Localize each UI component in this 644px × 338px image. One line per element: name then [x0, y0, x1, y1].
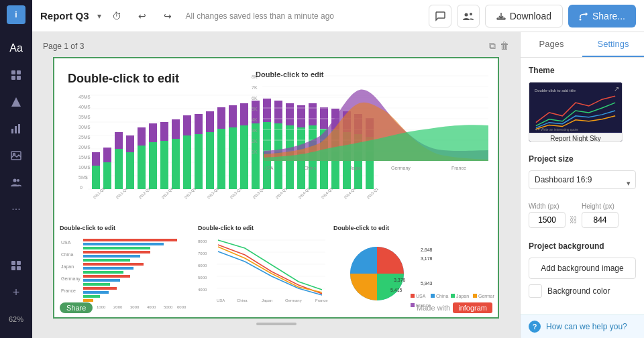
svg-rect-64 — [240, 125, 248, 189]
canvas-area: Page 1 of 3 ⧉ 🗑 Double-click to edit Dou… — [32, 32, 520, 338]
svg-rect-53 — [172, 119, 180, 139]
svg-rect-5 — [11, 129, 13, 133]
svg-text:USA: USA — [61, 240, 71, 245]
svg-rect-39 — [92, 152, 100, 166]
svg-text:China: China — [237, 298, 248, 302]
add-background-image-button[interactable]: Add background image — [529, 258, 636, 279]
svg-rect-56 — [195, 134, 203, 189]
project-size-select[interactable]: Dashboard 16:9 — [529, 170, 636, 189]
chart-3-title[interactable]: Double-click to edit — [60, 225, 115, 231]
svg-rect-179 — [451, 294, 455, 298]
svg-rect-42 — [115, 149, 123, 189]
svg-text:✦✦ Write an interesting quote: ✦✦ Write an interesting quote — [535, 128, 578, 131]
sidebar-icon-charts[interactable] — [4, 117, 28, 141]
svg-rect-135 — [83, 263, 144, 266]
svg-text:30M$: 30M$ — [78, 125, 91, 129]
svg-text:7000: 7000 — [198, 251, 207, 256]
svg-rect-6 — [15, 126, 17, 133]
slide-canvas[interactable]: Double-click to edit Double-click to edi… — [53, 57, 499, 319]
tab-pages[interactable]: Pages — [521, 32, 582, 57]
svg-text:Japan: Japan — [262, 298, 272, 302]
svg-text:China: China — [436, 294, 448, 298]
sidebar-icon-images[interactable] — [4, 144, 28, 168]
delete-page-icon[interactable]: 🗑 — [500, 40, 509, 52]
svg-rect-131 — [83, 251, 150, 253]
help-icon: ? — [529, 321, 541, 333]
height-section: Height (px) — [582, 203, 619, 228]
bg-color-row: Background color — [529, 284, 636, 298]
theme-preview[interactable]: Double-click to add title ✦✦ Write an in… — [529, 82, 623, 142]
bg-color-label: Background color — [547, 286, 610, 296]
sidebar-icon-more[interactable]: ··· — [4, 197, 28, 221]
help-bar[interactable]: ? How can we help you? — [521, 315, 644, 338]
svg-text:1K: 1K — [252, 150, 258, 154]
sidebar-icon-people[interactable] — [4, 170, 28, 194]
svg-rect-55 — [183, 115, 191, 135]
svg-rect-43 — [115, 132, 123, 149]
svg-rect-60 — [217, 129, 225, 189]
svg-text:4000: 4000 — [147, 305, 156, 309]
project-background-section: Project background Add background image … — [521, 241, 644, 306]
area-chart[interactable]: 8K 7K 6K 5K 4K 3K 2K 1K — [250, 70, 492, 194]
chart-4-title[interactable]: Double-click to edit — [198, 225, 254, 231]
svg-text:Japan: Japan — [61, 264, 74, 270]
svg-rect-183 — [411, 303, 415, 307]
svg-text:15M$: 15M$ — [78, 155, 91, 160]
svg-text:2000: 2000 — [113, 305, 123, 309]
svg-rect-13 — [17, 261, 21, 265]
share-people-button[interactable] — [457, 5, 480, 27]
sidebar-icon-add[interactable]: + — [4, 280, 28, 304]
scroll-handle[interactable] — [256, 323, 297, 325]
app-logo[interactable]: i — [7, 5, 25, 24]
svg-rect-137 — [83, 271, 123, 274]
svg-rect-127 — [83, 239, 177, 241]
svg-rect-7 — [18, 124, 20, 133]
svg-rect-62 — [229, 127, 237, 189]
sidebar-icon-text[interactable]: Aa — [4, 36, 28, 60]
svg-text:France: France — [315, 298, 328, 302]
svg-text:10M$: 10M$ — [78, 165, 91, 170]
theme-section: Theme Double-click to add title ✦✦ — [521, 58, 644, 154]
made-with-label: Made with — [417, 304, 450, 312]
svg-point-10 — [13, 179, 17, 182]
svg-rect-41 — [103, 148, 111, 162]
sidebar-icon-shapes[interactable] — [4, 90, 28, 114]
width-input[interactable] — [529, 212, 566, 228]
undo-button[interactable]: ↩ — [132, 6, 152, 26]
redo-button[interactable]: ↪ — [158, 6, 178, 26]
svg-rect-57 — [195, 114, 203, 134]
title-chevron-icon[interactable]: ▾ — [97, 11, 101, 21]
share-button[interactable]: Share... — [568, 5, 636, 27]
svg-text:Germany: Germany — [285, 298, 302, 302]
svg-text:China: China — [304, 166, 316, 170]
external-link-icon[interactable]: ↗ — [614, 85, 619, 93]
svg-rect-3 — [17, 76, 21, 80]
svg-text:2K: 2K — [252, 139, 258, 144]
height-input[interactable] — [582, 212, 619, 228]
line-chart[interactable]: 8000 7000 6000 5000 4000 — [198, 235, 329, 312]
chart-5-title[interactable]: Double-click to edit — [333, 225, 389, 231]
pie-chart[interactable]: 2,648 3,178 3,378 5,415 5,943 USA China … — [333, 235, 494, 312]
share-label: Share... — [592, 11, 625, 21]
sidebar-icon-layout-bottom[interactable] — [4, 253, 28, 278]
download-label: Download — [510, 11, 551, 21]
tab-settings[interactable]: Settings — [582, 32, 644, 57]
hbar-chart[interactable]: USA China Japan Germany France — [60, 235, 191, 312]
svg-text:5,415: 5,415 — [390, 288, 402, 292]
history-button[interactable]: ⏱ — [107, 6, 127, 26]
svg-rect-144 — [83, 291, 109, 294]
bg-color-swatch[interactable] — [529, 284, 542, 298]
svg-text:1000: 1000 — [97, 305, 106, 309]
page-actions: ⧉ 🗑 — [489, 40, 509, 52]
download-button[interactable]: Download — [485, 5, 563, 27]
help-text: How can we help you? — [546, 322, 627, 331]
share-badge[interactable]: Share — [60, 302, 93, 313]
duplicate-page-icon[interactable]: ⧉ — [489, 40, 496, 52]
comments-button[interactable] — [429, 5, 451, 27]
slide-main-title[interactable]: Double-click to edit — [68, 72, 179, 86]
svg-point-16 — [464, 13, 468, 16]
svg-rect-50 — [160, 141, 168, 189]
svg-text:3K: 3K — [252, 128, 258, 133]
svg-rect-175 — [411, 294, 415, 298]
sidebar-icon-layout[interactable] — [4, 63, 28, 87]
